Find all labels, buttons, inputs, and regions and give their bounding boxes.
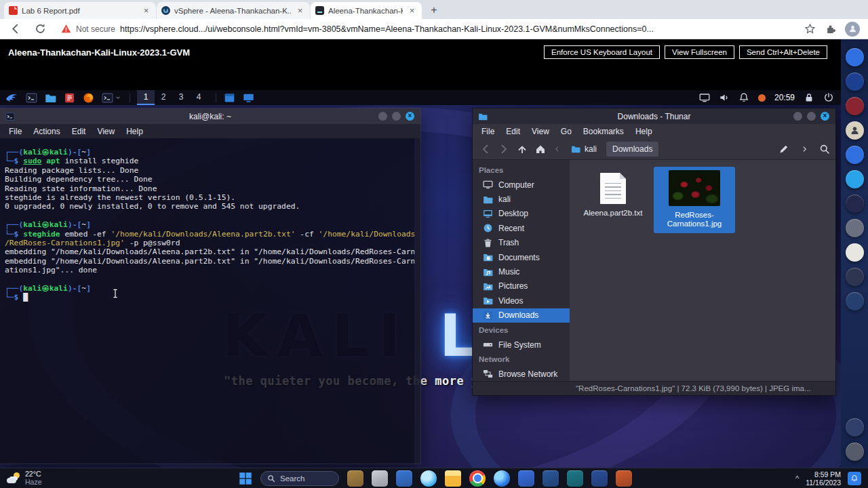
terminal-menu-file[interactable]: File [9,127,22,136]
window-app-icon[interactable] [224,92,235,104]
workspace-1[interactable]: 1 [137,90,155,105]
terminal-body[interactable]: ┌──(kali㉿kali)-[~]└─$ sudo apt install s… [0,138,420,302]
taskbar-app-app-orange[interactable] [616,470,632,487]
sidebar-item-browse-network[interactable]: Browse Network [473,367,570,381]
breadcrumb-home[interactable]: kali [565,142,603,157]
edit-path-icon[interactable] [778,144,789,155]
panel-clock[interactable]: 20:59 [774,93,795,102]
terminal-launcher-icon[interactable] [26,92,37,104]
firefox-launcher-icon[interactable] [83,92,94,104]
up-icon[interactable] [517,144,528,155]
extensions-icon[interactable] [825,23,837,35]
back-icon[interactable] [9,23,21,35]
tray-chevron-icon[interactable] [795,474,799,483]
thunar-menu-view[interactable]: View [532,127,549,136]
status-indicator-icon[interactable] [758,94,766,102]
screen-share-icon[interactable] [699,92,710,103]
sidebar-item-computer[interactable]: Computer [473,178,570,192]
terminal-scrollbar[interactable] [414,138,420,464]
volume-icon[interactable] [719,92,730,103]
file-view[interactable]: Aleena.part2b.txtRedRoses-Carnations1.jp… [570,160,835,381]
sidebar-item-recent[interactable]: Recent [473,221,570,235]
text-editor-launcher-icon[interactable] [64,92,75,104]
display-app-icon[interactable] [243,92,254,104]
sidebar-item-desktop[interactable]: Desktop [473,207,570,221]
thunar-window[interactable]: Downloads - Thunar FileEditViewGoBookmar… [473,108,835,395]
terminal-menu-help[interactable]: Help [126,127,143,136]
taskbar-app-word[interactable] [542,470,559,487]
taskbar-app-app-monitor[interactable] [518,470,534,487]
start-button[interactable] [239,472,252,485]
close-button[interactable] [406,112,414,121]
file-item[interactable]: RedRoses-Carnations1.jpg [654,167,735,233]
power-icon[interactable] [823,92,834,103]
dock-10-icon[interactable] [846,268,864,286]
forward-icon[interactable] [498,144,509,155]
sidebar-item-file-system[interactable]: File System [473,338,570,352]
kali-menu-icon[interactable] [5,91,18,104]
terminal-titlebar[interactable]: kali@kali: ~ [0,108,420,124]
console-button-view-fullscreen[interactable]: View Fullscreen [665,45,734,59]
dock-8-icon[interactable] [846,219,864,237]
sidebar-item-music[interactable]: Music [473,264,570,279]
sidebar-item-pictures[interactable]: Pictures [473,279,570,293]
address-bar[interactable]: https://vsphere.cloud.../ui/webconsole.h… [120,24,797,34]
sidebar-item-documents[interactable]: Documents [473,250,570,264]
minimize-button[interactable] [793,112,802,121]
thunar-menu-file[interactable]: File [481,127,494,136]
taskbar-app-file-explorer[interactable] [445,470,461,487]
console-button-enforce-us-keyboard-layout[interactable]: Enforce US Keyboard Layout [544,45,660,59]
thunar-menu-go[interactable]: Go [561,127,572,136]
taskbar-app-app-bronze[interactable] [347,470,363,487]
back-icon[interactable] [480,144,491,155]
weather-widget[interactable]: 22°C Haze [7,470,42,486]
chevron-right-icon[interactable] [800,145,808,153]
profile-avatar[interactable] [845,22,860,37]
tab-close-icon[interactable] [295,5,305,16]
dock-7-icon[interactable] [846,195,864,213]
dock-12-icon[interactable] [846,418,864,436]
thunar-menu-edit[interactable]: Edit [506,127,520,136]
maximize-button[interactable] [392,112,401,121]
new-tab-button[interactable] [427,3,441,18]
close-button[interactable] [821,112,829,121]
path-scroll-left-icon[interactable] [553,145,561,153]
dock-11-icon[interactable] [846,292,864,310]
lock-icon[interactable] [804,92,814,103]
terminal-menu-view[interactable]: View [97,127,115,136]
thunar-menu-bookmarks[interactable]: Bookmarks [583,127,624,136]
notification-icon[interactable] [848,472,861,485]
terminal-menu-edit[interactable]: Edit [72,127,86,136]
dock-1-icon[interactable] [846,48,864,66]
minimize-button[interactable] [378,112,387,121]
sidebar-item-downloads[interactable]: Downloads [473,308,570,323]
vm-screen[interactable]: KALI LINUX "the quieter you become, the … [0,65,841,468]
workspace-4[interactable]: 4 [190,90,208,105]
dock-2-icon[interactable] [846,73,864,91]
workspace-2[interactable]: 2 [155,90,172,105]
browser-tab[interactable]: vSphere - Aleena-Thankachan-K... [157,2,310,19]
thunar-titlebar[interactable]: Downloads - Thunar [473,108,835,124]
file-item[interactable]: Aleena.part2b.txt [578,167,648,233]
tab-close-icon[interactable] [407,5,417,16]
taskbar-app-copilot[interactable] [420,470,437,487]
not-secure-warning-icon[interactable] [61,24,71,34]
maximize-button[interactable] [807,112,816,121]
dock-3-icon[interactable] [846,97,864,115]
search-icon[interactable] [819,144,830,155]
tab-close-icon[interactable] [141,5,151,16]
dock-4-icon[interactable] [846,121,864,140]
file-manager-launcher-icon[interactable] [45,92,56,104]
refresh-icon[interactable] [35,23,46,35]
workspace-3[interactable]: 3 [172,90,190,105]
dock-5-icon[interactable] [846,146,864,164]
browser-tab[interactable]: Aleena-Thankachan-Kali-Linux-... [311,2,422,19]
taskbar-app-edge[interactable] [494,470,510,487]
taskbar-app-app-navy[interactable] [591,470,608,487]
dock-9-icon[interactable] [846,243,864,262]
breadcrumb-current[interactable]: Downloads [606,142,658,157]
sidebar-item-trash[interactable]: Trash [473,236,570,250]
bookmark-star-icon[interactable] [804,23,816,35]
sidebar-item-kali[interactable]: kali [473,192,570,206]
home-icon[interactable] [535,144,546,155]
